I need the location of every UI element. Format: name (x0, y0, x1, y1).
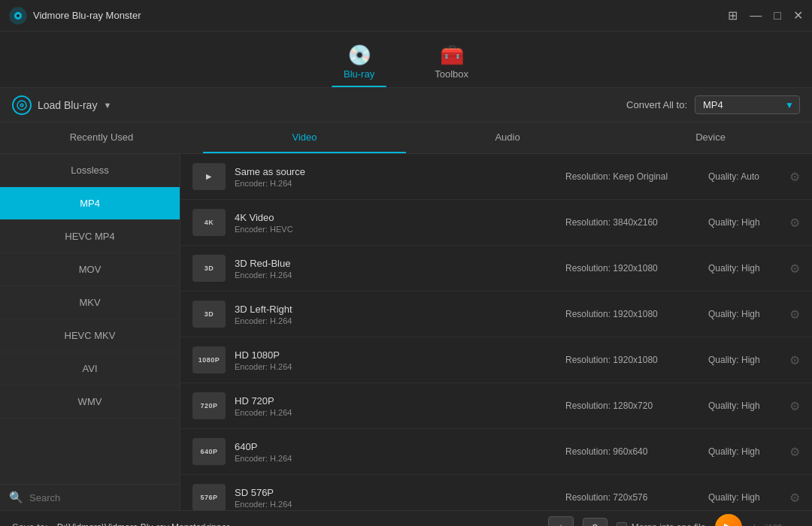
format-panel: Recently UsedVideoAudioDevice LosslessMP… (0, 122, 812, 510)
save-to-path: D:\Vidmore\Vidmore Blu-ray Monster\rippe… (57, 522, 539, 527)
format-tab-recently-used[interactable]: Recently Used (0, 122, 203, 153)
format-info-same-as-source: Same as source Encoder: H.264 (235, 166, 565, 188)
format-item-sd-576p[interactable]: 576P SD 576P Encoder: H.264 Resolution: … (180, 475, 812, 510)
add-button[interactable]: ＋ (548, 516, 574, 526)
codec-item-hevc-mkv[interactable]: HEVC MKV (0, 319, 180, 352)
codec-item-hevc-mp4[interactable]: HEVC MP4 (0, 220, 180, 253)
toolbar: Load Blu-ray ▼ Convert All to: MP4 MKV M… (0, 88, 812, 122)
format-name-3d-red-blue: 3D Red-Blue (235, 258, 565, 269)
search-bar: 🔍 (0, 484, 180, 510)
convert-button[interactable]: ▶ (715, 514, 742, 527)
format-encoder-3d-left-right: Encoder: H.264 (235, 316, 565, 325)
merge-checkbox[interactable]: Merge into one file (617, 522, 706, 527)
maximize-button[interactable]: □ (774, 10, 781, 22)
format-resolution-hd-1080p: Resolution: 1920x1080 (565, 355, 686, 365)
app-logo (9, 7, 27, 25)
format-quality-3d-left-right: Quality: High (708, 309, 783, 319)
svg-point-2 (17, 14, 20, 17)
format-info-hd-720p: HD 720P Encoder: H.264 (235, 395, 565, 417)
format-item-4k-video[interactable]: 4K 4K Video Encoder: HEVC Resolution: 38… (180, 200, 812, 246)
format-settings-icon-640p[interactable]: ⚙ (789, 445, 800, 459)
nav-tab-toolbox[interactable]: 🧰 Toolbox (404, 38, 498, 87)
format-badge-hd-1080p: 1080P (192, 346, 226, 373)
format-item-same-as-source[interactable]: ▶ Same as source Encoder: H.264 Resoluti… (180, 154, 812, 200)
format-badge-4k-video: 4K (192, 209, 226, 236)
format-settings-icon-sd-576p[interactable]: ⚙ (789, 491, 800, 505)
format-encoder-sd-576p: Encoder: H.264 (235, 500, 565, 509)
format-resolution-3d-left-right: Resolution: 1920x1080 (565, 309, 686, 319)
convert-all-label: Convert All to: (626, 99, 687, 110)
watermark: danji100.com (751, 523, 800, 527)
format-tabs: Recently UsedVideoAudioDevice (0, 122, 812, 154)
format-item-3d-left-right[interactable]: 3D 3D Left-Right Encoder: H.264 Resoluti… (180, 292, 812, 337)
format-settings-icon-3d-red-blue[interactable]: ⚙ (789, 261, 800, 276)
toolbox-nav-label: Toolbox (435, 68, 468, 80)
format-settings-icon-3d-left-right[interactable]: ⚙ (789, 307, 800, 322)
format-resolution-sd-576p: Resolution: 720x576 (565, 492, 686, 503)
settings-button[interactable]: ⚙ (583, 518, 607, 527)
format-badge-3d-left-right: 3D (192, 301, 226, 328)
format-item-640p[interactable]: 640P 640P Encoder: H.264 Resolution: 960… (180, 429, 812, 475)
format-badge-3d-red-blue: 3D (192, 255, 226, 282)
format-encoder-3d-red-blue: Encoder: H.264 (235, 271, 565, 280)
format-info-4k-video: 4K Video Encoder: HEVC (235, 212, 565, 234)
menu-button[interactable]: ⊞ (728, 10, 738, 22)
load-bluray-label: Load Blu-ray (38, 99, 97, 111)
format-quality-hd-720p: Quality: High (708, 401, 783, 411)
format-name-640p: 640P (235, 441, 565, 452)
format-select[interactable]: MP4 MKV MOV AVI (695, 95, 800, 114)
close-button[interactable]: ✕ (793, 10, 803, 22)
codec-item-wmv[interactable]: WMV (0, 385, 180, 419)
format-info-hd-1080p: HD 1080P Encoder: H.264 (235, 349, 565, 371)
format-info-3d-left-right: 3D Left-Right Encoder: H.264 (235, 304, 565, 325)
format-badge-hd-720p: 720P (192, 392, 226, 419)
format-name-same-as-source: Same as source (235, 166, 565, 177)
merge-checkbox-box (617, 522, 627, 527)
format-resolution-640p: Resolution: 960x640 (565, 446, 686, 457)
format-name-hd-720p: HD 720P (235, 395, 565, 407)
format-quality-sd-576p: Quality: High (708, 492, 783, 503)
format-resolution-3d-red-blue: Resolution: 1920x1080 (565, 263, 686, 274)
format-settings-icon-hd-720p[interactable]: ⚙ (789, 399, 800, 413)
codec-item-lossless[interactable]: Lossless (0, 154, 180, 187)
load-bluray-dropdown-icon: ▼ (103, 101, 111, 110)
format-tab-audio[interactable]: Audio (406, 122, 609, 153)
bottom-bar: Save to: D:\Vidmore\Vidmore Blu-ray Mons… (0, 510, 812, 526)
codec-item-mp4[interactable]: MP4 (0, 187, 180, 220)
codec-item-mov[interactable]: MOV (0, 253, 180, 286)
minimize-button[interactable]: — (750, 10, 762, 22)
format-selector[interactable]: MP4 MKV MOV AVI ▼ (695, 95, 800, 114)
bluray-nav-label: Blu-ray (344, 68, 374, 80)
merge-label: Merge into one file (632, 522, 706, 527)
format-item-hd-1080p[interactable]: 1080P HD 1080P Encoder: H.264 Resolution… (180, 337, 812, 383)
nav-bar: 💿 Blu-ray 🧰 Toolbox (0, 32, 812, 88)
format-settings-icon-hd-1080p[interactable]: ⚙ (789, 353, 800, 367)
format-settings-icon-4k-video[interactable]: ⚙ (789, 216, 800, 230)
format-encoder-640p: Encoder: H.264 (235, 454, 565, 463)
codec-item-avi[interactable]: AVI (0, 352, 180, 385)
format-quality-3d-red-blue: Quality: High (708, 263, 783, 274)
format-badge-640p: 640P (192, 438, 226, 465)
format-resolution-hd-720p: Resolution: 1280x720 (565, 401, 686, 411)
format-settings-icon-same-as-source[interactable]: ⚙ (789, 170, 800, 184)
search-input[interactable] (29, 492, 171, 503)
svg-point-5 (21, 104, 23, 106)
nav-tab-bluray[interactable]: 💿 Blu-ray (314, 38, 404, 87)
window-controls: ⊞ — □ ✕ (728, 10, 803, 22)
format-item-hd-720p[interactable]: 720P HD 720P Encoder: H.264 Resolution: … (180, 383, 812, 429)
format-resolution-4k-video: Resolution: 3840x2160 (565, 217, 686, 228)
format-info-3d-red-blue: 3D Red-Blue Encoder: H.264 (235, 258, 565, 280)
format-list: ▶ Same as source Encoder: H.264 Resoluti… (180, 154, 812, 510)
format-name-sd-576p: SD 576P (235, 487, 565, 498)
format-tab-device[interactable]: Device (609, 122, 812, 153)
search-icon: 🔍 (9, 491, 23, 504)
format-encoder-hd-720p: Encoder: H.264 (235, 408, 565, 417)
load-bluray-button[interactable]: Load Blu-ray ▼ (12, 95, 111, 115)
format-badge-same-as-source: ▶ (192, 163, 226, 190)
codec-item-mkv[interactable]: MKV (0, 286, 180, 319)
format-item-3d-red-blue[interactable]: 3D 3D Red-Blue Encoder: H.264 Resolution… (180, 246, 812, 292)
format-tab-video[interactable]: Video (203, 122, 406, 153)
format-encoder-4k-video: Encoder: HEVC (235, 225, 565, 234)
format-encoder-same-as-source: Encoder: H.264 (235, 179, 565, 188)
format-name-hd-1080p: HD 1080P (235, 349, 565, 361)
